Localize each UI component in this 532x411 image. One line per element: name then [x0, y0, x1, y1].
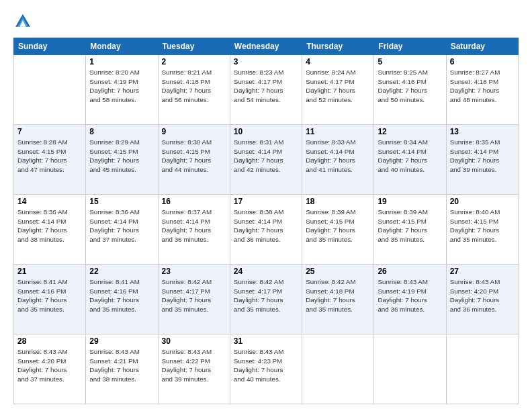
day-number: 24 [234, 267, 298, 276]
day-number: 20 [450, 197, 515, 206]
week-row-5: 28Sunrise: 8:43 AM Sunset: 4:20 PM Dayli… [14, 334, 519, 404]
empty-cell [446, 334, 518, 404]
day-info: Sunrise: 8:24 AM Sunset: 4:17 PM Dayligh… [306, 68, 370, 105]
day-number: 13 [450, 127, 515, 136]
week-row-1: 1Sunrise: 8:20 AM Sunset: 4:19 PM Daylig… [14, 55, 519, 125]
day-cell-9: 9Sunrise: 8:30 AM Sunset: 4:15 PM Daylig… [158, 125, 230, 195]
page: SundayMondayTuesdayWednesdayThursdayFrid… [0, 0, 532, 411]
day-info: Sunrise: 8:21 AM Sunset: 4:18 PM Dayligh… [162, 68, 226, 105]
day-info: Sunrise: 8:27 AM Sunset: 4:16 PM Dayligh… [450, 68, 515, 105]
day-number: 8 [89, 127, 154, 136]
day-info: Sunrise: 8:41 AM Sunset: 4:16 PM Dayligh… [89, 277, 154, 314]
day-cell-25: 25Sunrise: 8:42 AM Sunset: 4:18 PM Dayli… [302, 265, 374, 334]
day-cell-14: 14Sunrise: 8:36 AM Sunset: 4:14 PM Dayli… [14, 195, 86, 265]
day-cell-7: 7Sunrise: 8:28 AM Sunset: 4:15 PM Daylig… [14, 125, 86, 195]
empty-cell [374, 334, 446, 404]
weekday-monday: Monday [86, 38, 158, 55]
day-number: 16 [162, 197, 226, 206]
day-info: Sunrise: 8:43 AM Sunset: 4:19 PM Dayligh… [378, 277, 442, 314]
day-number: 21 [17, 267, 82, 276]
day-info: Sunrise: 8:42 AM Sunset: 4:17 PM Dayligh… [162, 277, 226, 314]
day-info: Sunrise: 8:28 AM Sunset: 4:15 PM Dayligh… [17, 138, 82, 175]
day-cell-28: 28Sunrise: 8:43 AM Sunset: 4:20 PM Dayli… [14, 334, 86, 404]
day-info: Sunrise: 8:31 AM Sunset: 4:14 PM Dayligh… [234, 138, 298, 175]
day-info: Sunrise: 8:43 AM Sunset: 4:21 PM Dayligh… [89, 347, 154, 384]
week-row-3: 14Sunrise: 8:36 AM Sunset: 4:14 PM Dayli… [14, 195, 519, 265]
weekday-wednesday: Wednesday [230, 38, 302, 55]
day-number: 31 [234, 336, 298, 346]
weekday-friday: Friday [374, 38, 446, 55]
day-number: 18 [306, 197, 370, 206]
week-row-4: 21Sunrise: 8:41 AM Sunset: 4:16 PM Dayli… [14, 265, 519, 334]
day-info: Sunrise: 8:43 AM Sunset: 4:23 PM Dayligh… [234, 347, 298, 384]
day-cell-4: 4Sunrise: 8:24 AM Sunset: 4:17 PM Daylig… [302, 55, 374, 125]
day-info: Sunrise: 8:20 AM Sunset: 4:19 PM Dayligh… [89, 68, 154, 105]
day-info: Sunrise: 8:42 AM Sunset: 4:17 PM Dayligh… [234, 277, 298, 314]
day-number: 2 [162, 57, 226, 66]
day-number: 15 [89, 197, 154, 206]
day-cell-31: 31Sunrise: 8:43 AM Sunset: 4:23 PM Dayli… [230, 334, 302, 404]
day-number: 27 [450, 267, 515, 276]
day-cell-23: 23Sunrise: 8:42 AM Sunset: 4:17 PM Dayli… [158, 265, 230, 334]
day-number: 23 [162, 267, 226, 276]
day-number: 17 [234, 197, 298, 206]
day-info: Sunrise: 8:23 AM Sunset: 4:17 PM Dayligh… [234, 68, 298, 105]
day-info: Sunrise: 8:39 AM Sunset: 4:15 PM Dayligh… [306, 208, 370, 244]
weekday-tuesday: Tuesday [158, 38, 230, 55]
day-number: 7 [17, 127, 82, 136]
day-number: 1 [89, 57, 154, 66]
day-number: 12 [378, 127, 442, 136]
day-number: 9 [162, 127, 226, 136]
day-number: 19 [378, 197, 442, 206]
day-cell-27: 27Sunrise: 8:43 AM Sunset: 4:20 PM Dayli… [446, 265, 518, 334]
day-number: 28 [17, 336, 82, 346]
day-info: Sunrise: 8:43 AM Sunset: 4:20 PM Dayligh… [450, 277, 515, 314]
day-number: 10 [234, 127, 298, 136]
day-number: 29 [89, 336, 154, 346]
day-cell-6: 6Sunrise: 8:27 AM Sunset: 4:16 PM Daylig… [446, 55, 518, 125]
day-number: 30 [162, 336, 226, 346]
weekday-thursday: Thursday [302, 38, 374, 55]
day-cell-19: 19Sunrise: 8:39 AM Sunset: 4:15 PM Dayli… [374, 195, 446, 265]
calendar-table: SundayMondayTuesdayWednesdayThursdayFrid… [13, 38, 519, 404]
day-cell-11: 11Sunrise: 8:33 AM Sunset: 4:14 PM Dayli… [302, 125, 374, 195]
logo-icon [13, 12, 32, 31]
day-cell-26: 26Sunrise: 8:43 AM Sunset: 4:19 PM Dayli… [374, 265, 446, 334]
day-cell-16: 16Sunrise: 8:37 AM Sunset: 4:14 PM Dayli… [158, 195, 230, 265]
logo [13, 12, 35, 31]
day-cell-8: 8Sunrise: 8:29 AM Sunset: 4:15 PM Daylig… [86, 125, 158, 195]
day-cell-24: 24Sunrise: 8:42 AM Sunset: 4:17 PM Dayli… [230, 265, 302, 334]
day-cell-29: 29Sunrise: 8:43 AM Sunset: 4:21 PM Dayli… [86, 334, 158, 404]
day-cell-20: 20Sunrise: 8:40 AM Sunset: 4:15 PM Dayli… [446, 195, 518, 265]
day-info: Sunrise: 8:33 AM Sunset: 4:14 PM Dayligh… [306, 138, 370, 175]
day-number: 26 [378, 267, 442, 276]
day-info: Sunrise: 8:29 AM Sunset: 4:15 PM Dayligh… [89, 138, 154, 175]
day-cell-22: 22Sunrise: 8:41 AM Sunset: 4:16 PM Dayli… [86, 265, 158, 334]
day-info: Sunrise: 8:43 AM Sunset: 4:20 PM Dayligh… [17, 347, 82, 384]
day-number: 6 [450, 57, 515, 66]
day-cell-17: 17Sunrise: 8:38 AM Sunset: 4:14 PM Dayli… [230, 195, 302, 265]
weekday-saturday: Saturday [446, 38, 518, 55]
day-number: 22 [89, 267, 154, 276]
day-cell-21: 21Sunrise: 8:41 AM Sunset: 4:16 PM Dayli… [14, 265, 86, 334]
day-cell-13: 13Sunrise: 8:35 AM Sunset: 4:14 PM Dayli… [446, 125, 518, 195]
day-info: Sunrise: 8:30 AM Sunset: 4:15 PM Dayligh… [162, 138, 226, 175]
day-info: Sunrise: 8:25 AM Sunset: 4:16 PM Dayligh… [378, 68, 442, 105]
day-cell-2: 2Sunrise: 8:21 AM Sunset: 4:18 PM Daylig… [158, 55, 230, 125]
header [13, 12, 519, 31]
day-info: Sunrise: 8:34 AM Sunset: 4:14 PM Dayligh… [378, 138, 442, 175]
day-info: Sunrise: 8:42 AM Sunset: 4:18 PM Dayligh… [306, 277, 370, 314]
day-info: Sunrise: 8:40 AM Sunset: 4:15 PM Dayligh… [450, 208, 515, 244]
day-number: 11 [306, 127, 370, 136]
day-cell-3: 3Sunrise: 8:23 AM Sunset: 4:17 PM Daylig… [230, 55, 302, 125]
day-info: Sunrise: 8:38 AM Sunset: 4:14 PM Dayligh… [234, 208, 298, 244]
day-cell-30: 30Sunrise: 8:43 AM Sunset: 4:22 PM Dayli… [158, 334, 230, 404]
week-row-2: 7Sunrise: 8:28 AM Sunset: 4:15 PM Daylig… [14, 125, 519, 195]
day-info: Sunrise: 8:36 AM Sunset: 4:14 PM Dayligh… [17, 208, 82, 244]
day-info: Sunrise: 8:35 AM Sunset: 4:14 PM Dayligh… [450, 138, 515, 175]
day-cell-12: 12Sunrise: 8:34 AM Sunset: 4:14 PM Dayli… [374, 125, 446, 195]
day-number: 5 [378, 57, 442, 66]
day-cell-10: 10Sunrise: 8:31 AM Sunset: 4:14 PM Dayli… [230, 125, 302, 195]
day-number: 25 [306, 267, 370, 276]
day-number: 14 [17, 197, 82, 206]
